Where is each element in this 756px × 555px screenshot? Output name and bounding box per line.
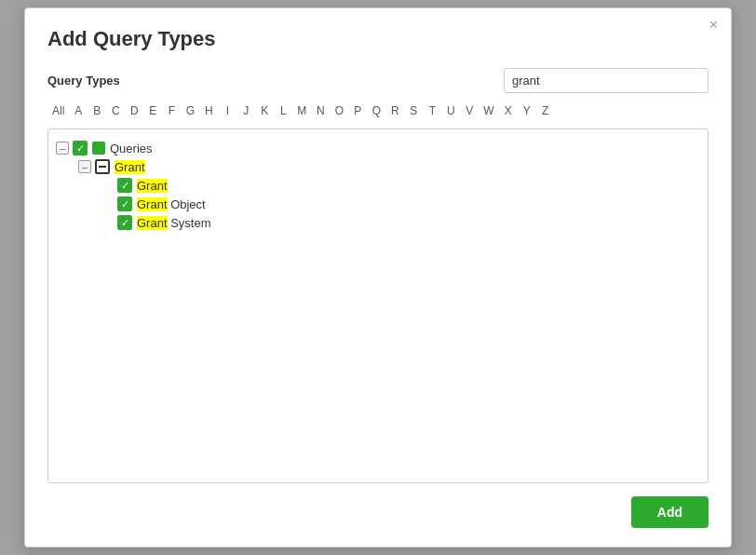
- alpha-btn-d[interactable]: D: [125, 102, 143, 119]
- alpha-btn-e[interactable]: E: [143, 102, 162, 119]
- alpha-btn-t[interactable]: T: [423, 102, 441, 119]
- node-label: Grant: [115, 160, 145, 174]
- alpha-btn-w[interactable]: W: [479, 102, 498, 119]
- alpha-btn-n[interactable]: N: [311, 102, 330, 119]
- alpha-btn-s[interactable]: S: [404, 102, 423, 119]
- collapse-btn[interactable]: –: [78, 160, 91, 173]
- tree-row[interactable]: ✓Grant Object: [101, 195, 700, 213]
- alpha-btn-f[interactable]: F: [162, 102, 181, 119]
- filter-row: Query Types: [47, 68, 709, 93]
- modal-title: Add Query Types: [47, 27, 709, 51]
- node-icon: [92, 142, 105, 155]
- alphabet-row: AllABCDEFGHIJKLMNOPQRSTUVWXYZ: [47, 102, 709, 119]
- checkbox-partial[interactable]: [95, 159, 110, 174]
- node-label: Grant Object: [137, 197, 206, 211]
- alpha-btn-c[interactable]: C: [106, 102, 125, 119]
- alpha-btn-y[interactable]: Y: [518, 102, 536, 119]
- modal-overlay: × Add Query Types Query Types AllABCDEFG…: [0, 0, 756, 555]
- alpha-btn-p[interactable]: P: [348, 102, 367, 119]
- footer-row: Add: [47, 496, 709, 528]
- filter-label: Query Types: [47, 74, 120, 88]
- node-label: Grant System: [137, 216, 210, 230]
- alpha-btn-all[interactable]: All: [47, 102, 69, 119]
- alpha-btn-a[interactable]: A: [69, 102, 88, 119]
- checkbox-checked[interactable]: ✓: [117, 215, 132, 230]
- alpha-btn-h[interactable]: H: [199, 102, 218, 119]
- alpha-btn-j[interactable]: J: [236, 102, 255, 119]
- tree-row[interactable]: –Grant: [78, 157, 700, 176]
- alpha-btn-v[interactable]: V: [460, 102, 479, 119]
- alpha-btn-q[interactable]: Q: [367, 102, 385, 119]
- alpha-btn-x[interactable]: X: [499, 102, 518, 119]
- alpha-btn-g[interactable]: G: [181, 102, 199, 119]
- alpha-btn-i[interactable]: I: [218, 102, 236, 119]
- alpha-btn-o[interactable]: O: [330, 102, 348, 119]
- tree-row[interactable]: –✓Queries: [56, 139, 700, 157]
- collapse-btn[interactable]: –: [56, 142, 69, 155]
- alpha-btn-z[interactable]: Z: [536, 102, 555, 119]
- add-button[interactable]: Add: [631, 496, 709, 528]
- filter-input[interactable]: [504, 68, 709, 93]
- alpha-btn-k[interactable]: K: [255, 102, 274, 119]
- close-button[interactable]: ×: [709, 18, 718, 33]
- tree-container: –✓Queries–Grant✓Grant✓Grant Object✓Grant…: [47, 129, 709, 483]
- checkbox-checked[interactable]: ✓: [117, 178, 132, 193]
- alpha-btn-b[interactable]: B: [88, 102, 106, 119]
- checkbox-checked[interactable]: ✓: [73, 141, 88, 156]
- checkbox-checked[interactable]: ✓: [117, 196, 132, 211]
- node-label: Queries: [110, 142, 153, 156]
- alpha-btn-m[interactable]: M: [292, 102, 311, 119]
- tree-row[interactable]: ✓Grant: [101, 176, 700, 195]
- node-label: Grant: [137, 179, 168, 193]
- alpha-btn-l[interactable]: L: [274, 102, 292, 119]
- modal-dialog: × Add Query Types Query Types AllABCDEFG…: [24, 7, 732, 548]
- alpha-btn-r[interactable]: R: [385, 102, 404, 119]
- tree-row[interactable]: ✓Grant System: [101, 213, 700, 232]
- alpha-btn-u[interactable]: U: [441, 102, 460, 119]
